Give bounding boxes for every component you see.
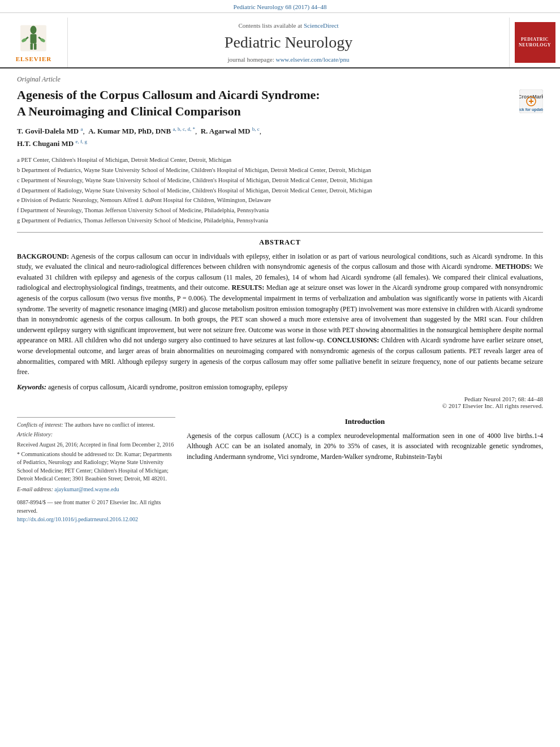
page: Pediatric Neurology 68 (2017) 44–48 (0, 0, 560, 747)
results-label: RESULTS: (232, 284, 265, 291)
doi-link[interactable]: http://dx.doi.org/10.1016/j.pediatrneuro… (17, 516, 138, 522)
email-link[interactable]: ajaykumar@med.wayne.edu (54, 486, 119, 492)
elsevier-logo: ELSEVIER (16, 23, 52, 62)
email-label: E-mail address: (17, 486, 53, 492)
main-content: Original Article Agenesis of the Corpus … (0, 68, 560, 531)
contents-text: Contents lists available at (238, 22, 302, 29)
section-divider-1 (17, 232, 543, 233)
article-title-line1: Agenesis of the Corpus Callosum and Aica… (17, 87, 510, 104)
keywords-text: agenesis of corpus callosum, Aicardi syn… (46, 383, 288, 391)
affiliation-a: a PET Center, Children's Hospital of Mic… (17, 156, 543, 165)
article-title-line2: A Neuroimaging and Clinical Comparison (17, 104, 510, 120)
issn-line: 0887-8994/$ — see front matter © 2017 El… (17, 498, 175, 515)
author-1: T. Govil-Dalela MD (17, 127, 79, 136)
article-history: Article History: (17, 430, 175, 439)
keywords-line: Keywords: agenesis of corpus callosum, A… (17, 382, 543, 392)
comm-note: * Communications should be addressed to:… (17, 450, 175, 483)
author-2: A. Kumar MD, PhD, DNB (88, 127, 171, 136)
article-type: Original Article (17, 75, 543, 84)
col-right: Introduction Agenesis of the corpus call… (187, 417, 543, 523)
journal-logo-area: PEDIATRICNEUROLOGY (509, 18, 560, 67)
article-history-label: Article History: (17, 431, 53, 437)
background-label: BACKGROUND: (17, 252, 69, 260)
homepage-label: journal homepage: (228, 56, 276, 63)
journal-title-main: Pediatric Neurology (225, 33, 352, 51)
footnotes-box: Conflicts of interest: The authors have … (17, 417, 175, 523)
results-text: Median age at seizure onset was lower in… (17, 284, 543, 344)
intro-text: Agenesis of the corpus callosum (ACC) is… (187, 431, 543, 462)
two-col-section: Conflicts of interest: The authors have … (17, 417, 543, 523)
affiliation-b: b Department of Pediatrics, Wayne State … (17, 166, 543, 175)
article-title-area: Agenesis of the Corpus Callosum and Aica… (17, 87, 543, 119)
crossmark-badge-icon: CrossMark click for updates (519, 89, 543, 113)
science-direct-link[interactable]: ScienceDirect (304, 22, 339, 29)
affiliation-c: c Department of Neurology, Wayne State U… (17, 176, 543, 185)
pn-logo-text: PEDIATRICNEUROLOGY (519, 37, 551, 49)
citation-line: Pediatr Neurol 2017; 68: 44–48 (17, 396, 543, 402)
journal-header-center: Contents lists available at ScienceDirec… (68, 18, 509, 67)
journal-top-bar: Pediatric Neurology 68 (2017) 44–48 (0, 0, 560, 13)
keywords-label: Keywords: (17, 383, 46, 391)
conclusions-label: CONCLUSIONS: (327, 336, 379, 344)
received-text: Received August 26, 2016; Accepted in fi… (17, 441, 175, 449)
conflicts-label: Conflicts of interest: (17, 422, 63, 428)
article-title-text: Agenesis of the Corpus Callosum and Aica… (17, 87, 510, 119)
abstract-section: ABSTRACT BACKGROUND: Agenesis of the cor… (17, 238, 543, 409)
svg-point-1 (31, 26, 37, 35)
abstract-heading: ABSTRACT (17, 238, 543, 247)
svg-rect-6 (34, 44, 37, 50)
journal-homepage: journal homepage: www.elsevier.com/locat… (228, 56, 350, 63)
elsevier-text: ELSEVIER (16, 55, 52, 62)
doi-line: http://dx.doi.org/10.1016/j.pediatrneuro… (17, 516, 175, 522)
col-left: Conflicts of interest: The authors have … (17, 417, 175, 523)
affiliations: a PET Center, Children's Hospital of Mic… (17, 156, 543, 225)
background-text: Agenesis of the corpus callosum can occu… (17, 252, 543, 271)
authors-line: T. Govil-Dalela MD a, A. Kumar MD, PhD, … (17, 125, 543, 150)
author-3: R. Agarwal MD (201, 127, 251, 136)
pn-logo: PEDIATRICNEUROLOGY (515, 22, 555, 63)
author-4: H.T. Chugani MD (17, 140, 74, 148)
affiliation-f: f Department of Neurology, Thomas Jeffer… (17, 206, 543, 215)
svg-rect-2 (31, 34, 37, 44)
journal-header: ELSEVIER Contents lists available at Sci… (0, 13, 560, 68)
science-direct-line: Contents lists available at ScienceDirec… (238, 22, 338, 29)
elsevier-tree-icon (16, 23, 50, 54)
intro-body: Agenesis of the corpus callosum (ACC) is… (187, 432, 543, 461)
svg-rect-12 (531, 99, 532, 104)
abstract-text: BACKGROUND: Agenesis of the corpus callo… (17, 251, 543, 377)
intro-heading: Introduction (187, 417, 543, 426)
svg-rect-5 (31, 44, 33, 50)
conflicts-item: Conflicts of interest: The authors have … (17, 421, 175, 430)
svg-text:click for updates: click for updates (519, 108, 543, 112)
affiliation-g: g Department of Pediatrics, Thomas Jeffe… (17, 216, 543, 225)
elsevier-logo-area: ELSEVIER (0, 18, 68, 67)
journal-volume-label: Pediatric Neurology 68 (2017) 44–48 (234, 3, 327, 10)
homepage-link[interactable]: www.elsevier.com/locate/pnu (275, 56, 349, 63)
email-line: E-mail address: ajaykumar@med.wayne.edu (17, 486, 175, 494)
affiliation-e: e Division of Pediatric Neurology, Nemou… (17, 196, 543, 205)
methods-label: METHODS: (495, 263, 532, 271)
conflicts-text: The authors have no conflict of interest… (63, 422, 155, 428)
copyright-line: © 2017 Elsevier Inc. All rights reserved… (17, 402, 543, 409)
affiliation-d: d Department of Radiology, Wayne State U… (17, 186, 543, 195)
